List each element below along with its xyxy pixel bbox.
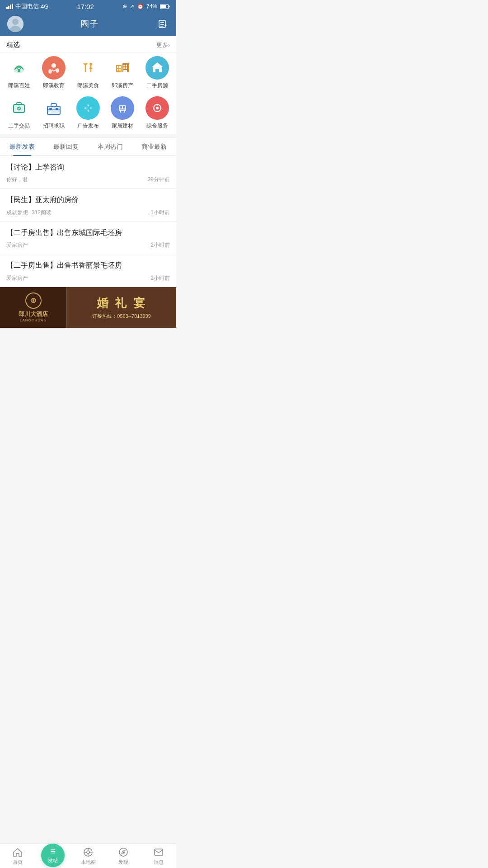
tab-weekly-hot[interactable]: 本周热门	[88, 138, 132, 155]
user-avatar[interactable]	[7, 16, 23, 32]
svg-rect-29	[126, 65, 127, 66]
category-label: 郎溪房产	[112, 82, 133, 89]
ad-main-text: 婚 礼 宴	[97, 295, 147, 311]
battery-icon	[160, 4, 170, 9]
post-item[interactable]: 【民生】亚太府的房价 成就梦想 312阅读 1小时前	[0, 189, 176, 221]
gps-icon: ↗	[130, 3, 134, 9]
category-item-education[interactable]: 郎溪教育	[36, 56, 70, 89]
post-title: 【讨论】上学咨询	[6, 162, 170, 172]
post-time: 39分钟前	[148, 176, 170, 184]
category-item-realestate[interactable]: 郎溪房产	[105, 56, 140, 89]
category-icon-residents	[7, 56, 31, 80]
category-icon-jobs	[42, 96, 66, 120]
post-item[interactable]: 【讨论】上学咨询 你好，君 39分钟前	[0, 156, 176, 189]
svg-rect-23	[117, 66, 118, 68]
more-button[interactable]: 更多 ›	[156, 41, 170, 49]
post-time: 2小时前	[150, 274, 170, 282]
category-label: 郎溪教育	[43, 82, 65, 89]
post-item[interactable]: 【二手房出售】出售书香丽景毛坯房 爱家房产 2小时前	[0, 254, 176, 287]
category-label: 家居建材	[112, 123, 133, 129]
category-item-furniture[interactable]: 家居建材	[105, 96, 140, 129]
category-icon-ads	[76, 96, 100, 120]
category-icon-education	[42, 56, 66, 80]
edit-button[interactable]	[156, 18, 169, 30]
category-label: 郎溪美食	[77, 82, 99, 89]
post-meta: 爱家房产 2小时前	[6, 241, 170, 249]
category-icon-services	[145, 96, 169, 120]
svg-rect-3	[12, 4, 13, 9]
svg-rect-25	[117, 69, 118, 71]
post-reads: 312阅读	[32, 209, 52, 217]
post-title: 【民生】亚太府的房价	[6, 195, 170, 205]
svg-point-17	[52, 63, 56, 68]
category-icon-food	[76, 56, 100, 80]
category-icon-second-hand	[7, 96, 31, 120]
ad-hotel-sub: LANGCHUAN	[20, 318, 47, 322]
svg-rect-1	[8, 6, 9, 9]
svg-rect-24	[119, 66, 121, 68]
ad-hotel-logo: ⊛	[25, 292, 42, 309]
category-item-food[interactable]: 郎溪美食	[71, 56, 105, 89]
category-label: 郎溪百姓	[8, 82, 30, 89]
category-item-langxi-residents[interactable]: 郎溪百姓	[2, 56, 36, 89]
svg-rect-22	[116, 65, 122, 72]
ad-banner[interactable]: ⊛ 郎川大酒店 LANGCHUAN 婚 礼 宴 订餐热线：0563--70139…	[0, 287, 176, 328]
svg-point-21	[89, 63, 92, 66]
post-item[interactable]: 【二手房出售】出售东城国际毛坯房 爱家房产 2小时前	[0, 222, 176, 254]
tab-business[interactable]: 商业最新	[132, 138, 177, 155]
post-meta: 爱家房产 2小时前	[6, 274, 170, 282]
svg-rect-32	[123, 70, 127, 72]
svg-rect-28	[123, 65, 125, 66]
svg-point-56	[156, 107, 159, 109]
category-label: 广告发布	[77, 123, 99, 129]
ad-content: 婚 礼 宴 订餐热线：0563--7013999	[67, 292, 176, 323]
category-item-services[interactable]: 综合服务	[140, 96, 174, 129]
post-author: 爱家房产	[6, 241, 28, 249]
category-label: 招聘求职	[43, 123, 65, 129]
post-author: 成就梦想	[6, 209, 28, 217]
svg-rect-30	[123, 67, 125, 69]
status-bar: 中国电信 4G 17:02 ⊕ ↗ ⏰ 74%	[0, 0, 176, 13]
section-title: 精选	[6, 41, 20, 49]
post-list: 【讨论】上学咨询 你好，君 39分钟前 【民生】亚太府的房价 成就梦想 312阅…	[0, 156, 176, 287]
category-icon-furniture	[111, 96, 134, 120]
post-meta: 成就梦想 312阅读 1小时前	[6, 209, 170, 217]
category-item-jobs[interactable]: 招聘求职	[36, 96, 70, 129]
page-title: 圈子	[81, 19, 99, 29]
status-right: ⊕ ↗ ⏰ 74%	[122, 3, 170, 9]
featured-section: 精选 更多 › 郎溪百姓	[0, 36, 176, 134]
ad-hotel-name: 郎川大酒店	[19, 310, 48, 318]
svg-rect-50	[123, 106, 125, 108]
category-item-second-hand[interactable]: 二手交易	[2, 96, 36, 129]
battery-label: 74%	[146, 3, 157, 9]
tab-latest-reply[interactable]: 最新回复	[44, 138, 89, 155]
svg-point-18	[48, 69, 52, 74]
status-left: 中国电信 4G	[6, 2, 48, 10]
location-icon: ⊕	[122, 3, 127, 9]
svg-rect-49	[120, 106, 122, 108]
app-header: 圈子	[0, 13, 176, 36]
svg-rect-0	[6, 7, 8, 9]
svg-point-46	[86, 106, 90, 110]
category-label: 二手房源	[146, 82, 168, 89]
category-icon-second-house	[145, 56, 169, 80]
post-title: 【二手房出售】出售东城国际毛坯房	[6, 228, 170, 238]
post-meta: 你好，君 39分钟前	[6, 176, 170, 184]
svg-point-8	[12, 19, 19, 25]
category-item-second-hand-house[interactable]: 二手房源	[140, 56, 174, 89]
category-icon-realestate	[111, 56, 134, 80]
post-time: 2小时前	[150, 241, 170, 249]
signal-icon	[6, 4, 14, 9]
svg-point-19	[56, 68, 59, 73]
chevron-right-icon: ›	[168, 42, 170, 48]
category-grid: 郎溪百姓 郎溪教育	[0, 52, 176, 134]
post-author: 你好，君	[6, 176, 28, 184]
svg-rect-40	[47, 106, 60, 114]
svg-rect-51	[120, 109, 125, 110]
category-item-ads[interactable]: 广告发布	[71, 96, 105, 129]
svg-rect-6	[160, 5, 166, 8]
section-header: 精选 更多 ›	[0, 36, 176, 52]
tab-latest-post[interactable]: 最新发表	[0, 138, 44, 155]
svg-rect-26	[119, 69, 121, 71]
category-label: 综合服务	[146, 123, 168, 129]
